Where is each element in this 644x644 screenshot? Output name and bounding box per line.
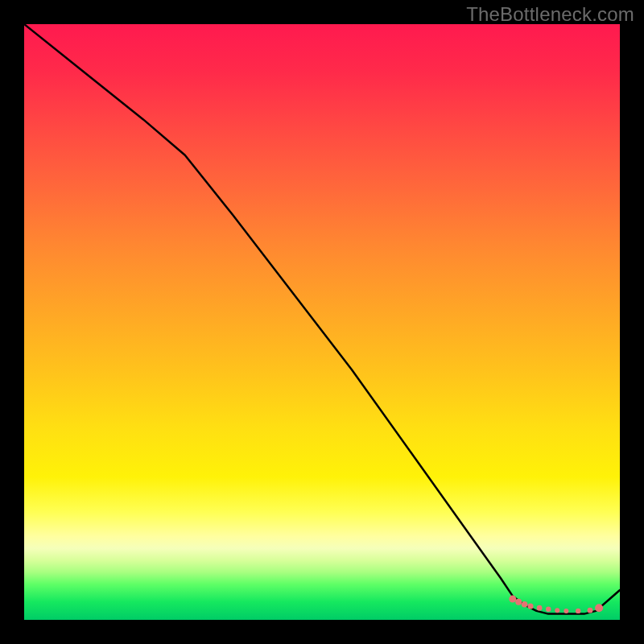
curve-markers — [509, 596, 603, 614]
watermark-text: TheBottleneck.com — [466, 3, 634, 26]
curve-marker — [509, 596, 516, 603]
curve-marker — [527, 603, 533, 609]
curve-marker — [522, 601, 528, 608]
curve-marker — [564, 609, 568, 613]
curve-marker — [546, 606, 551, 611]
curve-marker — [537, 605, 543, 611]
curve-marker — [515, 599, 522, 605]
curve-marker — [588, 608, 593, 613]
chart-frame: TheBottleneck.com — [0, 0, 644, 644]
curve-layer — [24, 24, 620, 620]
bottleneck-curve-line — [24, 24, 620, 614]
curve-marker — [595, 604, 603, 612]
curve-marker — [555, 608, 559, 613]
plot-area — [24, 24, 620, 620]
curve-marker — [576, 609, 580, 613]
